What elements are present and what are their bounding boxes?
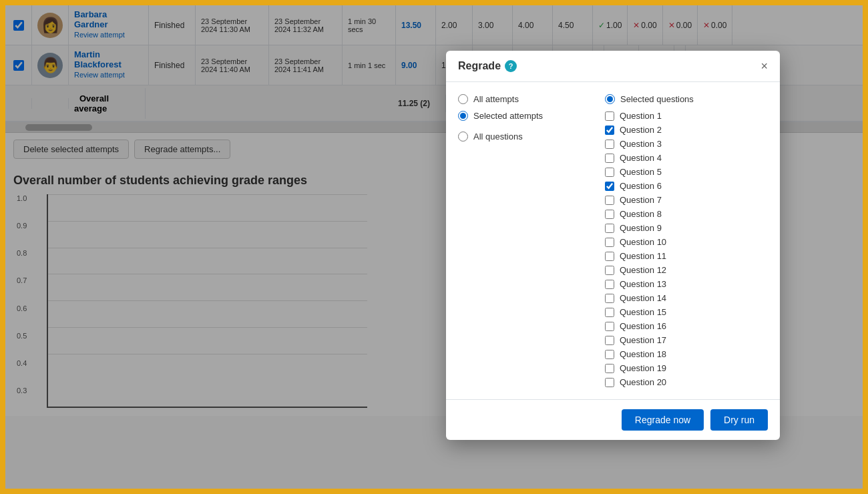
close-button[interactable]: × xyxy=(761,60,768,72)
selected-questions-radio: Selected questions xyxy=(605,94,768,104)
regrade-now-button[interactable]: Regrade now xyxy=(622,409,704,431)
question-12-checkbox[interactable]: Question 12 xyxy=(605,265,768,275)
all-attempts-option[interactable]: All attempts xyxy=(458,94,592,104)
selected-questions-radio-input[interactable] xyxy=(605,94,615,104)
question-13-checkbox[interactable]: Question 13 xyxy=(605,279,768,289)
questions-radio-group-left: All questions xyxy=(458,132,592,142)
help-icon[interactable]: ? xyxy=(505,60,517,72)
dry-run-button[interactable]: Dry run xyxy=(710,409,768,431)
question-11-checkbox[interactable]: Question 11 xyxy=(605,251,768,261)
question-19-checkbox[interactable]: Question 19 xyxy=(605,363,768,373)
question-17-checkbox[interactable]: Question 17 xyxy=(605,335,768,345)
selected-attempts-option[interactable]: Selected attempts xyxy=(458,111,592,121)
question-14-checkbox[interactable]: Question 14 xyxy=(605,293,768,303)
question-9-checkbox[interactable]: Question 9 xyxy=(605,223,768,233)
question-8-checkbox[interactable]: Question 8 xyxy=(605,209,768,219)
attempts-column: All attempts Selected attempts All quest… xyxy=(458,94,605,387)
regrade-modal: Regrade ? × All attempts Selec xyxy=(446,51,780,440)
question-10-checkbox[interactable]: Question 10 xyxy=(605,237,768,247)
questions-column: Selected questions Question 1 Question 2 xyxy=(605,94,768,387)
questions-list: Question 1 Question 2 Question 3 Qu xyxy=(605,111,768,387)
modal-columns: All attempts Selected attempts All quest… xyxy=(458,94,768,387)
modal-footer: Regrade now Dry run xyxy=(446,399,780,440)
question-2-checkbox[interactable]: Question 2 xyxy=(605,125,768,135)
question-7-checkbox[interactable]: Question 7 xyxy=(605,195,768,205)
modal-header: Regrade ? × xyxy=(446,51,780,82)
question-15-checkbox[interactable]: Question 15 xyxy=(605,307,768,317)
question-5-checkbox[interactable]: Question 5 xyxy=(605,167,768,177)
question-18-checkbox[interactable]: Question 18 xyxy=(605,349,768,359)
question-6-checkbox[interactable]: Question 6 xyxy=(605,181,768,191)
question-1-checkbox[interactable]: Question 1 xyxy=(605,111,768,121)
question-20-checkbox[interactable]: Question 20 xyxy=(605,377,768,387)
all-questions-option[interactable]: All questions xyxy=(458,132,592,142)
modal-title: Regrade ? xyxy=(458,60,517,72)
question-4-checkbox[interactable]: Question 4 xyxy=(605,153,768,163)
modal-body: All attempts Selected attempts All quest… xyxy=(446,82,780,399)
attempts-radio-group: All attempts Selected attempts xyxy=(458,94,592,121)
question-16-checkbox[interactable]: Question 16 xyxy=(605,321,768,331)
question-3-checkbox[interactable]: Question 3 xyxy=(605,139,768,149)
